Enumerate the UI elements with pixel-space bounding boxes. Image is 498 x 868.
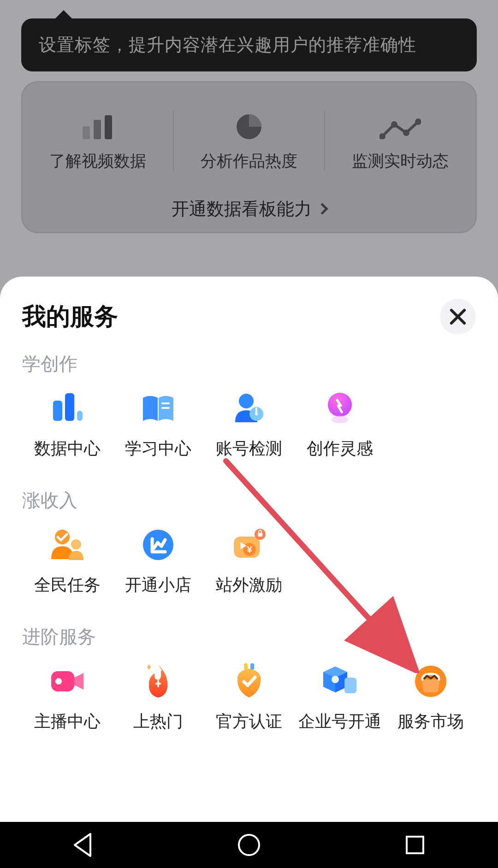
nav-back-icon[interactable] (69, 831, 97, 859)
sheet-header: 我的服务 (22, 299, 476, 335)
service-label: 上热门 (133, 710, 183, 733)
shield-check-icon (230, 662, 268, 700)
svg-point-17 (332, 416, 348, 423)
section-title: 进阶服务 (22, 624, 476, 650)
svg-rect-11 (161, 402, 170, 404)
svg-rect-26 (258, 533, 262, 537)
service-label: 官方认证 (216, 710, 282, 733)
svg-rect-38 (344, 678, 356, 693)
service-label: 主播中心 (34, 710, 101, 733)
service-account-check[interactable]: 账号检测 (204, 390, 295, 460)
section-learn: 学创作 数据中心 (22, 351, 476, 460)
service-label: 账号检测 (216, 437, 282, 460)
svg-text:¥: ¥ (247, 544, 252, 555)
bulb-pink-icon (321, 390, 359, 427)
bag-lock-icon: ¥ (230, 526, 268, 564)
people-orange-icon (48, 526, 86, 564)
system-nav-bar (0, 822, 498, 868)
svg-rect-10 (77, 411, 83, 421)
service-label: 企业号开通 (298, 710, 381, 733)
sheet-title: 我的服务 (22, 301, 118, 333)
svg-rect-8 (53, 401, 62, 421)
svg-rect-43 (407, 837, 423, 853)
camera-pink-icon (48, 662, 86, 700)
svg-point-28 (55, 678, 62, 685)
service-label: 数据中心 (34, 437, 101, 460)
svg-point-37 (332, 676, 339, 683)
service-go-trending[interactable]: 上热门 (113, 662, 204, 733)
svg-marker-31 (147, 664, 151, 670)
service-label: 服务市场 (397, 710, 464, 733)
svg-rect-33 (250, 663, 254, 670)
book-blue-icon (139, 390, 177, 427)
shop-blue-icon (139, 526, 177, 564)
svg-point-13 (239, 394, 254, 408)
close-button[interactable] (440, 299, 476, 335)
svg-rect-12 (161, 407, 170, 409)
bars-blue-icon (48, 390, 86, 427)
service-public-task[interactable]: 全民任务 (22, 526, 113, 596)
section-advanced: 进阶服务 主播中心 (22, 624, 476, 733)
nav-home-icon[interactable] (235, 831, 263, 859)
service-external-incentive[interactable]: ¥ 站外激励 (204, 526, 295, 596)
nav-recents-icon[interactable] (401, 831, 429, 859)
service-learning-center[interactable]: 学习中心 (113, 390, 204, 460)
my-services-sheet: 我的服务 学创作 数据中心 (0, 277, 498, 822)
flame-orange-icon (139, 662, 177, 700)
svg-point-15 (255, 413, 258, 415)
svg-rect-32 (244, 663, 248, 670)
service-label: 学习中心 (125, 437, 191, 460)
svg-rect-30 (157, 680, 159, 687)
service-marketplace[interactable]: 服务市场 (385, 662, 476, 733)
store-orange-icon (412, 662, 450, 700)
svg-point-42 (239, 835, 259, 855)
service-inspiration[interactable]: 创作灵感 (294, 390, 385, 460)
service-label: 开通小店 (125, 574, 191, 596)
close-icon (449, 308, 467, 325)
svg-point-19 (71, 539, 81, 549)
service-host-center[interactable]: 主播中心 (22, 662, 113, 733)
svg-marker-41 (75, 834, 90, 856)
service-official-verify[interactable]: 官方认证 (204, 662, 295, 733)
service-enterprise-open[interactable]: 企业号开通 (294, 662, 385, 733)
service-open-shop[interactable]: 开通小店 (113, 526, 204, 596)
cube-blue-icon (321, 662, 359, 700)
svg-rect-27 (51, 671, 74, 691)
service-data-center[interactable]: 数据中心 (22, 390, 113, 460)
service-label: 站外激励 (216, 574, 282, 596)
section-title: 学创作 (22, 351, 476, 377)
section-income: 涨收入 全民任务 (22, 488, 476, 596)
svg-rect-9 (65, 393, 74, 421)
service-label: 全民任务 (34, 574, 101, 596)
service-label: 创作灵感 (307, 437, 373, 460)
section-title: 涨收入 (22, 488, 476, 513)
person-gauge-icon (230, 390, 268, 427)
